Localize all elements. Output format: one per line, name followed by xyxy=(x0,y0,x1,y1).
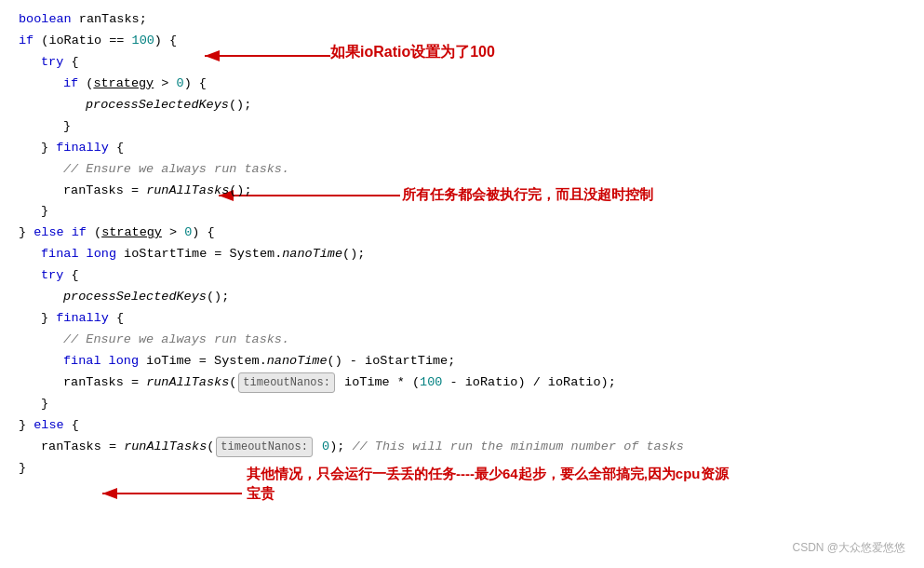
code-line-10: } xyxy=(41,201,905,223)
code-line-8: // Ensure we always run tasks. xyxy=(63,159,905,181)
code-line-6: } xyxy=(63,116,905,138)
code-line-7: } finally { xyxy=(41,138,905,159)
code-line-13: try { xyxy=(41,265,905,287)
code-line-19: } xyxy=(41,394,905,415)
code-line-11: } else if (strategy > 0) { xyxy=(19,223,905,244)
code-line-15: } finally { xyxy=(41,308,905,330)
code-line-22: } xyxy=(19,458,905,480)
keyword-boolean: boolean xyxy=(19,9,72,31)
keyword-if: if xyxy=(19,31,33,52)
code-line-4: if (strategy > 0) { xyxy=(63,74,905,95)
code-line-2: if (ioRatio == 100) { xyxy=(19,31,905,52)
watermark: CSDN @大众悠爱悠悠 xyxy=(792,538,905,557)
code-line-14: processSelectedKeys(); xyxy=(63,287,905,308)
code-line-9: ranTasks = runAllTasks(); xyxy=(63,181,905,202)
code-line-5: processSelectedKeys(); xyxy=(86,95,905,116)
code-line-16: // Ensure we always run tasks. xyxy=(63,330,905,351)
code-line-21: ranTasks = runAllTasks(timeoutNanos: 0);… xyxy=(41,437,905,458)
code-line-17: final long ioTime = System.nanoTime() - … xyxy=(63,351,905,372)
code-line-3: try { xyxy=(41,52,905,74)
code-line-20: } else { xyxy=(19,415,905,437)
code-container: boolean ranTasks; if (ioRatio == 100) { … xyxy=(0,0,924,568)
code-line-1: boolean ranTasks; xyxy=(19,9,905,31)
code-line-18: ranTasks = runAllTasks(timeoutNanos: ioT… xyxy=(63,372,905,394)
code-line-12: final long ioStartTime = System.nanoTime… xyxy=(41,244,905,265)
